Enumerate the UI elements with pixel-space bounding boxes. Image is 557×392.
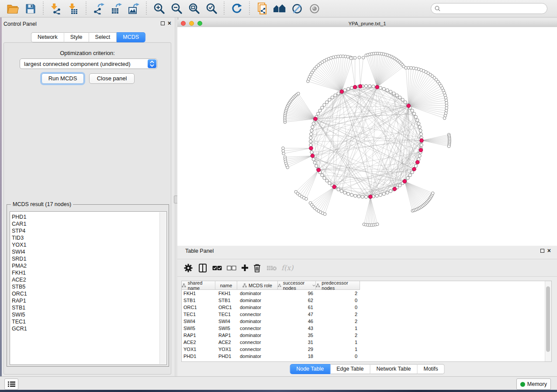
- zoom-selected-icon[interactable]: [205, 2, 218, 15]
- search-input[interactable]: [443, 5, 543, 12]
- memory-button[interactable]: Memory: [516, 378, 551, 390]
- table-row[interactable]: STB1STB1dominator620: [182, 297, 551, 304]
- tab-network-table[interactable]: Network Table: [370, 364, 418, 374]
- network-hub-node[interactable]: [311, 154, 315, 158]
- column-header-predecessor-nodes[interactable]: predecessor nodes: [316, 281, 360, 289]
- network-hub-node[interactable]: [375, 85, 379, 89]
- show-columns-icon[interactable]: [199, 263, 207, 273]
- mcds-result-item[interactable]: YOX1: [12, 241, 159, 248]
- table-row[interactable]: RAP1RAP1dominator352: [182, 332, 551, 339]
- close-panel-icon[interactable]: ×: [168, 21, 171, 25]
- network-hub-node[interactable]: [358, 84, 362, 88]
- column-header-successor-nodes[interactable]: successor nodes: [278, 281, 316, 289]
- mcds-result-item[interactable]: STB1: [12, 304, 159, 311]
- network-hub-node[interactable]: [369, 195, 373, 199]
- float-panel-icon[interactable]: [161, 21, 165, 25]
- export-network-icon[interactable]: [92, 2, 105, 15]
- mcds-result-item[interactable]: PMA2: [12, 262, 159, 269]
- close-panel-button[interactable]: Close panel: [89, 73, 135, 84]
- tab-edge-table[interactable]: Edge Table: [330, 364, 370, 374]
- table-row[interactable]: SWI4SWI4dominator462: [182, 318, 551, 325]
- task-history-button[interactable]: [4, 378, 18, 390]
- mcds-result-item[interactable]: PHD1: [12, 213, 159, 220]
- table-settings-gear-icon[interactable]: [184, 263, 193, 273]
- network-nodes[interactable]: [282, 52, 451, 227]
- network-window-titlebar[interactable]: YPA_prune.txt_1: [177, 20, 557, 28]
- mcds-result-item[interactable]: SWI5: [12, 311, 159, 318]
- float-panel-icon[interactable]: [540, 249, 544, 253]
- mcds-result-item[interactable]: TID3: [12, 234, 159, 241]
- mcds-result-item[interactable]: TEC1: [12, 318, 159, 325]
- mcds-result-item[interactable]: STB5: [12, 283, 159, 290]
- tab-mcds[interactable]: MCDS: [117, 32, 145, 42]
- network-fan-edge: [284, 148, 311, 153]
- mcds-result-item[interactable]: RAP1: [12, 297, 159, 304]
- tab-node-table[interactable]: Node Table: [290, 364, 330, 374]
- network-hub-node[interactable]: [393, 187, 397, 191]
- network-hub-node[interactable]: [403, 179, 407, 183]
- mcds-result-item[interactable]: SRD1: [12, 255, 159, 262]
- network-hub-node[interactable]: [309, 146, 313, 150]
- network-node: [357, 195, 360, 198]
- hide-graphics-details-icon[interactable]: [291, 2, 304, 15]
- eye-icon[interactable]: [308, 2, 321, 15]
- table-scrollbar[interactable]: [545, 281, 551, 361]
- mcds-result-item[interactable]: STP4: [12, 227, 159, 234]
- clone-network-icon[interactable]: [256, 2, 269, 15]
- network-node: [316, 112, 319, 115]
- column-header-name[interactable]: name: [215, 281, 237, 289]
- column-header-mcds-role[interactable]: MCDS role: [237, 281, 278, 289]
- network-hub-node[interactable]: [317, 168, 321, 172]
- select-all-icon[interactable]: [212, 263, 222, 273]
- network-hub-node[interactable]: [332, 185, 336, 189]
- table-row[interactable]: SWI5SWI5connector431: [182, 325, 551, 332]
- tab-network[interactable]: Network: [31, 32, 64, 42]
- network-hub-node[interactable]: [340, 90, 344, 94]
- home-icon[interactable]: [273, 2, 286, 15]
- network-fan-edge: [360, 58, 363, 86]
- table-row[interactable]: TEC1TEC1connector472: [182, 311, 551, 318]
- network-hub-node[interactable]: [412, 167, 416, 171]
- network-canvas[interactable]: [177, 27, 557, 246]
- network-hub-node[interactable]: [419, 148, 423, 152]
- network-hub-node[interactable]: [407, 104, 411, 108]
- mcds-result-item[interactable]: ORC1: [12, 290, 159, 297]
- table-row[interactable]: PHD1PHD1dominator180: [182, 353, 551, 360]
- table-row[interactable]: ORC1ORC1dominator610: [182, 304, 551, 311]
- close-panel-icon[interactable]: ×: [547, 248, 551, 253]
- zoom-in-icon[interactable]: [152, 2, 166, 15]
- deselect-all-icon[interactable]: [227, 263, 236, 273]
- add-column-icon[interactable]: [241, 263, 249, 273]
- zoom-out-icon[interactable]: [170, 2, 183, 15]
- run-mcds-button[interactable]: Run MCDS: [42, 73, 84, 84]
- import-table-icon[interactable]: [67, 2, 80, 15]
- mcds-result-item[interactable]: CAR1: [12, 220, 159, 227]
- export-table-icon[interactable]: [110, 2, 123, 15]
- mcds-result-item[interactable]: SWI4: [12, 248, 159, 255]
- table-row[interactable]: FKH1FKH1dominator962: [182, 290, 551, 297]
- network-hub-node[interactable]: [353, 85, 357, 89]
- result-scrollbar[interactable]: [159, 212, 166, 364]
- network-hub-node[interactable]: [314, 117, 318, 121]
- refresh-icon[interactable]: [230, 2, 243, 15]
- mcds-result-item[interactable]: GCR1: [12, 325, 159, 332]
- column-header-shared-name[interactable]: shared name: [182, 281, 215, 289]
- criterion-select[interactable]: largest connected component (undirected): [20, 58, 157, 69]
- tab-motifs[interactable]: Motifs: [417, 364, 444, 374]
- tab-style[interactable]: Style: [64, 32, 89, 42]
- network-node: [350, 86, 353, 89]
- tab-select[interactable]: Select: [89, 32, 117, 42]
- table-row[interactable]: YOX1YOX1connector291: [182, 346, 551, 353]
- zoom-fit-icon[interactable]: [187, 2, 201, 15]
- table-row[interactable]: ACE2ACE2connector311: [182, 339, 551, 346]
- table-scrollbar-thumb[interactable]: [546, 286, 550, 352]
- network-hub-node[interactable]: [420, 138, 424, 142]
- mcds-result-item[interactable]: FKH1: [12, 269, 159, 276]
- save-icon[interactable]: [24, 2, 37, 15]
- mcds-result-item[interactable]: ACE2: [12, 276, 159, 283]
- delete-column-icon[interactable]: [253, 263, 261, 273]
- network-hub-node[interactable]: [415, 160, 419, 164]
- open-folder-icon[interactable]: [7, 2, 20, 15]
- export-image-icon[interactable]: [127, 2, 140, 15]
- import-network-icon[interactable]: [49, 2, 62, 15]
